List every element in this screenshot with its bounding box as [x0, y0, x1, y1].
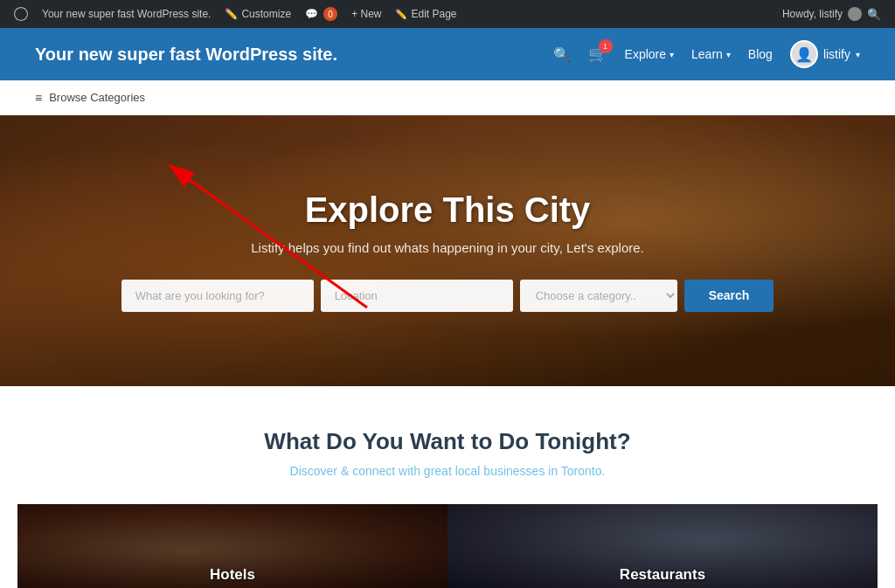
new-label: + New	[351, 8, 381, 20]
cards-row: Hotels Restaurants	[17, 504, 878, 588]
browse-categories-button[interactable]: ≡ Browse Categories	[35, 91, 145, 105]
section-white: What Do You Want to Do Tonight? Discover…	[0, 386, 895, 588]
blog-nav-item[interactable]: Blog	[748, 47, 773, 61]
comments-item[interactable]: 💬 0	[298, 0, 344, 28]
hero-subtitle: Listify helps you find out whats happeni…	[17, 240, 878, 255]
search-button[interactable]: Search	[684, 280, 774, 312]
card-hotels-label: Hotels	[17, 566, 448, 584]
cart-icon-wrap[interactable]: 🛒 1	[588, 45, 607, 64]
user-menu[interactable]: 👤 listify ▾	[790, 40, 860, 68]
sub-nav: ≡ Browse Categories	[0, 80, 895, 115]
edit-page-label: Edit Page	[411, 8, 456, 20]
search-icon[interactable]: 🔍	[553, 46, 571, 63]
howdy-label: Howdy, listify	[782, 8, 843, 20]
wp-logo-item[interactable]	[7, 0, 35, 28]
explore-caret-icon: ▾	[670, 50, 674, 59]
new-item[interactable]: + New	[344, 0, 388, 28]
hamburger-icon: ≡	[35, 91, 42, 105]
user-caret-icon: ▾	[856, 50, 860, 59]
blog-label: Blog	[748, 47, 773, 61]
card-restaurants[interactable]: Restaurants	[448, 504, 878, 588]
site-header: Your new super fast WordPress site. 🔍 🛒 …	[0, 28, 895, 80]
admin-bar: Your new super fast WordPress site. ✏️ C…	[0, 0, 895, 28]
hero-section: Explore This City Listify helps you find…	[0, 115, 895, 386]
search-keyword-input[interactable]	[121, 280, 314, 312]
explore-nav-item[interactable]: Explore ▾	[625, 47, 674, 61]
pencil2-icon: ✏️	[395, 9, 407, 20]
user-label: listify	[823, 47, 850, 61]
browse-label: Browse Categories	[49, 91, 145, 104]
explore-label: Explore	[625, 47, 666, 61]
user-avatar: 👤	[790, 40, 818, 68]
site-title: Your new super fast WordPress site.	[35, 45, 553, 65]
section-title: What Do You Want to Do Tonight?	[17, 428, 878, 455]
customize-label: Customize	[241, 8, 291, 20]
site-name-item[interactable]: Your new super fast WordPress site.	[35, 0, 218, 28]
category-select[interactable]: Choose a category...	[520, 280, 677, 312]
header-nav: 🔍 🛒 1 Explore ▾ Learn ▾ Blog 👤 listify ▾	[553, 40, 860, 68]
learn-nav-item[interactable]: Learn ▾	[691, 47, 731, 61]
search-admin-icon[interactable]: 🔍	[867, 8, 881, 21]
hero-title: Explore This City	[17, 190, 878, 230]
admin-avatar	[848, 7, 862, 21]
site-name-label: Your new super fast WordPress site.	[42, 8, 211, 20]
hero-content: Explore This City Listify helps you find…	[0, 190, 895, 312]
howdy-item[interactable]: Howdy, listify 🔍	[775, 7, 888, 21]
comment-icon: 💬	[305, 8, 318, 20]
section-subtitle: Discover & connect with great local busi…	[17, 464, 878, 478]
edit-page-item[interactable]: ✏️ Edit Page	[388, 0, 463, 28]
card-hotels[interactable]: Hotels	[17, 504, 448, 588]
learn-label: Learn	[691, 47, 723, 61]
comment-count: 0	[323, 7, 337, 21]
customize-item[interactable]: ✏️ Customize	[218, 0, 298, 28]
cart-badge: 1	[599, 39, 613, 53]
search-location-input[interactable]	[321, 280, 513, 312]
learn-caret-icon: ▾	[726, 50, 731, 59]
pencil-icon: ✏️	[225, 8, 238, 20]
hero-search-bar: Choose a category... Search	[17, 280, 878, 312]
card-restaurants-label: Restaurants	[448, 566, 878, 584]
